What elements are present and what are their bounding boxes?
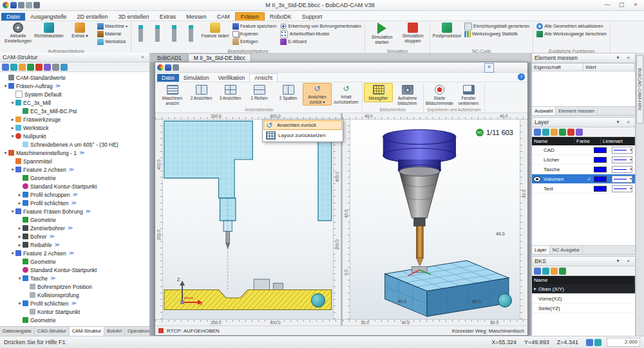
tree-item-cam-standardwerte[interactable]: CAM-Standardwerte: [0, 73, 149, 82]
linetype-swatch[interactable]: [612, 166, 632, 173]
tree-item-feature-2-achsen[interactable]: ▾Feature 2 Achsen≫: [0, 165, 149, 174]
tree-item-ec-3x-mill[interactable]: ▾EC_3x_Mill: [0, 98, 149, 107]
tree-item-standard-kontur-startpunkt[interactable]: Standard Kontur-Startpunkt: [0, 266, 149, 274]
close-icon[interactable]: [624, 118, 632, 127]
layer-row-tasche[interactable]: Tasche: [532, 165, 635, 174]
expand-chevron-icon[interactable]: ≫: [86, 208, 91, 214]
collapse-all-icon[interactable]: [27, 64, 34, 71]
tree-expander-icon[interactable]: ▾: [10, 134, 15, 139]
menu-item-layout-zur-cksetzen[interactable]: Layout zurücksetzen: [263, 130, 342, 141]
layer-row-text[interactable]: Text: [532, 184, 635, 194]
layer-tab-layer[interactable]: Layer: [532, 246, 550, 254]
expand-chevron-icon[interactable]: ≫: [72, 192, 77, 197]
tree-item-standard-kontur-startpunkt[interactable]: Standard Kontur-Startpunkt: [0, 182, 149, 190]
orientation-ball[interactable]: [311, 293, 325, 307]
save-icon[interactable]: [10, 2, 17, 8]
ribbon-button-feature-laden[interactable]: Feature laden: [200, 22, 230, 39]
ribbon-tab-fr-sen[interactable]: Fräsen: [235, 12, 265, 21]
tree-expander-icon[interactable]: ▾: [10, 209, 15, 214]
sim-button-2-reihen[interactable]: 2 Reihen: [245, 83, 274, 102]
linetype-swatch[interactable]: [612, 156, 632, 163]
sim-tab-simulation[interactable]: Simulation: [179, 74, 214, 82]
tree-item-profil-schlichten[interactable]: ▾Profil schlichten≫: [0, 299, 149, 307]
collapse-icon[interactable]: [614, 54, 622, 62]
settings-icon[interactable]: [61, 64, 68, 71]
sim-button-messgitter[interactable]: Messgitter: [364, 83, 393, 102]
ribbon-button-aktuelle-einstellungen[interactable]: Aktuelle Einstellungen: [3, 22, 33, 44]
tree-expander-icon[interactable]: ▸: [17, 234, 23, 239]
tree-item-maschineneinstellung-1[interactable]: ▾Maschineneinstellung - 1≫: [0, 149, 149, 157]
tree-item-fr-sen-auftrag[interactable]: ▾Fräsen-Auftrag≫: [0, 82, 149, 90]
collapse-icon[interactable]: [614, 257, 622, 266]
tree-item-geometrie[interactable]: Geometrie: [0, 215, 149, 224]
tree-item-nullpunkt[interactable]: ▾Nullpunkt: [0, 132, 149, 140]
expand-chevron-icon[interactable]: ≫: [50, 275, 55, 281]
ribbon-button-simulation-stoppen[interactable]: Simulation stoppen: [398, 22, 428, 44]
delete-bks-icon[interactable]: [551, 268, 558, 275]
close-icon[interactable]: [624, 54, 632, 62]
tree-item-kontur-startpunkt[interactable]: Kontur Startpunkt: [0, 307, 149, 316]
viewport-2d-canvas[interactable]: Z X Vorne: [163, 120, 333, 319]
orientation-ball[interactable]: [498, 293, 512, 307]
eye-icon[interactable]: [533, 176, 541, 182]
hide-all-icon[interactable]: [567, 129, 574, 136]
tree-item-tasche[interactable]: ▾Tasche≫: [0, 274, 149, 282]
tree-item-kollisionspr-fung[interactable]: Kollisionsprüfung: [0, 291, 149, 299]
tree-expander-icon[interactable]: ▾: [17, 301, 23, 306]
sim-button-aufnahme-bildschirm[interactable]: Aufnahme bildschirm: [393, 83, 422, 107]
sim-tab-verifikation[interactable]: Verifikation: [214, 74, 250, 82]
ribbon-button-werkst-ck[interactable]: Werkstück: [96, 38, 129, 45]
tree-item-bohrerspitzen-position[interactable]: Bohrerspitzen Position: [0, 282, 149, 291]
sim-button-maschinen-ansicht[interactable]: Maschinen ansicht: [158, 83, 187, 107]
filter-icon[interactable]: [35, 64, 43, 71]
panel-tab-datenangabe[interactable]: Datenangabe: [0, 327, 35, 336]
bobcad-logo-icon[interactable]: [3, 2, 9, 8]
ribbon-button-maschine[interactable]: Maschine▾: [96, 23, 129, 30]
tree-expander-icon[interactable]: ▾: [10, 251, 15, 256]
tree-expander-icon[interactable]: ▸: [10, 125, 15, 131]
tree-expander-icon[interactable]: ▸: [17, 243, 23, 248]
ribbon-button-material[interactable]: Material: [96, 30, 129, 37]
ribbon-button-einf-gen[interactable]: Einfügen: [231, 38, 278, 45]
expand-chevron-icon[interactable]: ≫: [69, 167, 74, 172]
edit-bks-icon[interactable]: [542, 268, 549, 275]
document-tab-m-ii-3x-std-de-bbcc[interactable]: M II_3x_Std-DE.bbcc: [188, 53, 251, 62]
tree-expander-icon[interactable]: ▸: [10, 117, 15, 122]
close-icon[interactable]: [138, 53, 147, 62]
ribbon-button-alle-geometrien-aktualisieren[interactable]: Alle Geometrien aktualisieren: [535, 23, 608, 30]
bks-row-vorne-xz[interactable]: Vorne(XZ): [532, 294, 635, 304]
sim-close-icon[interactable]: [484, 63, 494, 73]
collapsed-panel-tab[interactable]: BobCAD-CAM-Hilfe: [636, 55, 643, 124]
current-layer-icon[interactable]: [551, 129, 558, 136]
menu-item-ansichten-zur-ck[interactable]: Ansichten zurück: [263, 120, 342, 130]
bks-row-seite-yz[interactable]: Seite(YZ): [532, 304, 635, 313]
tree-item-feature-fr-sen-bohrung[interactable]: ▾Feature Fräsen Bohrung≫: [0, 207, 149, 215]
close-button[interactable]: ×: [629, 1, 643, 10]
ribbon-button-werkzeugweg-statistik[interactable]: Werkzeugweg Statistik: [463, 30, 531, 37]
measure-tab-auswahl[interactable]: Auswahl: [532, 107, 556, 115]
tree-item-profil-schruppen[interactable]: ▸Profil schruppen≫: [0, 190, 149, 199]
color-swatch[interactable]: [594, 147, 607, 153]
sim-button-2-ansichten[interactable]: 2 Ansichten: [187, 83, 216, 102]
ribbon-button-mill-3[interactable]: [167, 22, 182, 45]
post-icon[interactable]: [52, 64, 59, 71]
ribbon-tab-messen[interactable]: Messen: [181, 13, 212, 21]
panel-tab-cam-struktur[interactable]: CAM-Struktur: [70, 327, 104, 336]
ribbon-button-mill-1[interactable]: [133, 22, 149, 45]
ribbon-button-e-wizard[interactable]: E-Wizard: [279, 38, 363, 45]
minimize-button[interactable]: —: [600, 1, 614, 10]
sim-tab-ansicht[interactable]: Ansicht: [249, 73, 278, 82]
layer-row-l-cher[interactable]: Löcher: [532, 155, 635, 165]
linetype-swatch[interactable]: [612, 185, 632, 192]
expand-chevron-icon[interactable]: ≫: [71, 300, 77, 306]
expand-all-icon[interactable]: [19, 64, 26, 71]
new-layer-icon[interactable]: [534, 129, 541, 136]
save-icon[interactable]: [2, 64, 9, 71]
sim-button-2-spalten[interactable]: 2 Spalten: [274, 83, 303, 102]
close-icon[interactable]: [624, 257, 632, 266]
tree-item-system-default[interactable]: System Default: [0, 90, 149, 98]
expand-chevron-icon[interactable]: ≫: [79, 150, 84, 156]
help-icon[interactable]: [518, 73, 525, 80]
tree-item-schneidebenes-a-um-605-30-he[interactable]: Schneidebenes A um 605° - (30 HE): [0, 140, 149, 149]
ribbon-button-erkennung-von-bohrungsmerkmalen[interactable]: Erkennung von Bohrungsmerkmalen: [279, 23, 363, 30]
